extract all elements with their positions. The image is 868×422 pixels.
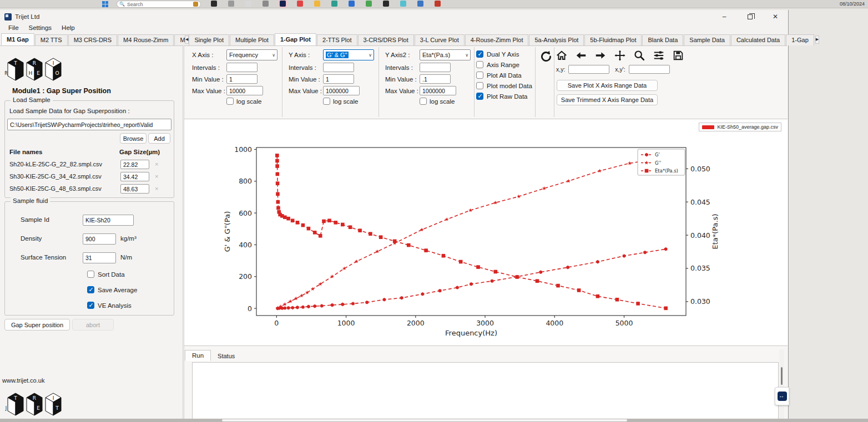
windows-start-icon[interactable] [102,1,108,7]
log-scale-checkbox[interactable] [226,98,234,105]
app-icon-14[interactable] [435,1,441,7]
intervals-input[interactable] [226,63,258,72]
vscrollbar-thumb[interactable] [781,367,783,385]
axis-select[interactable]: Eta*(Pa.s)∨ [420,49,471,60]
tab-3-l-curve-plot[interactable]: 3-L Curve Plot [415,34,465,45]
remote-flyout[interactable] [775,387,789,405]
checkbox-box[interactable] [87,302,94,309]
app-icon-13[interactable] [417,1,423,7]
website-link[interactable]: www.trijet.co.uk [2,377,44,384]
refresh-plot-button[interactable] [537,49,555,64]
checkbox-box[interactable] [87,286,94,293]
gap-super-position-button[interactable]: Gap Super position [4,319,70,331]
configure-button[interactable] [652,49,665,62]
app-icon-9[interactable] [349,1,355,7]
min-input[interactable]: 1 [226,74,258,84]
checkbox-plot-all-data[interactable]: Plot All Data [476,72,532,79]
tab-calculated-data[interactable]: Calculated Data [731,34,785,45]
chart-canvas[interactable]: 010002000300040005000020040060080010000.… [186,127,741,346]
tab-blank-data[interactable]: Blank Data [642,34,683,45]
close-button[interactable]: ✕ [763,10,788,23]
min-input[interactable]: .1 [420,74,451,84]
app-icon-10[interactable] [366,1,372,7]
app-icon-11[interactable] [383,1,389,7]
log-scale-option[interactable]: log scale [323,98,376,105]
app-icon-3[interactable] [245,1,251,7]
log-scale-option[interactable]: log scale [420,98,473,105]
checkbox-plot-raw-data[interactable]: Plot Raw Data [476,93,532,100]
save-trimmed-x-range-button[interactable]: Save Trimmed X Axis Range Data [557,94,658,105]
intervals-input[interactable] [323,63,354,72]
home-button[interactable] [555,49,568,62]
axis-select[interactable]: G' & G"∨ [323,49,374,60]
tab-2-tts-plot[interactable]: 2-TTS Plot [317,34,357,45]
axis-select[interactable]: Frequency∨ [226,49,277,60]
remove-file-button[interactable]: × [155,173,158,180]
app-icon-8[interactable] [331,1,337,7]
console-output[interactable] [192,362,779,422]
tab-m4-rouse-zimm[interactable]: M4 Rouse-Zimm [118,34,174,45]
tab-multiple-plot[interactable]: Multiple Plot [230,34,274,45]
app-icon-6[interactable] [297,1,303,7]
path-input[interactable]: C:\Users\TrijetSW\PycharmProjects\trirhe… [7,119,171,130]
right-vscrollbar[interactable] [779,349,784,422]
checkbox-dual-y-axis[interactable]: Dual Y Axis [476,50,532,58]
pan-button[interactable] [613,49,627,62]
menu-help[interactable]: Help [58,23,79,33]
app-icon-2[interactable] [228,1,234,7]
menu-file[interactable]: File [4,23,23,33]
xy2-input[interactable] [629,65,670,74]
xy-input[interactable] [568,65,609,74]
tab-3-crs-drs-plot[interactable]: 3-CRS/DRS Plot [358,34,414,45]
tab-sample-data[interactable]: Sample Data [684,34,730,45]
menu-settings[interactable]: Settings [25,23,56,33]
max-input[interactable]: 1000000 [420,86,456,95]
minimize-button[interactable]: – [711,10,737,23]
plot-scroll-right[interactable]: ▶ [815,35,819,44]
gap-size-input[interactable]: 48.63 [120,184,149,194]
density-input[interactable]: 900 [83,233,116,245]
console-tab-run[interactable]: Run [185,350,211,361]
gap-size-input[interactable]: 34.42 [120,172,149,181]
tab-m1-gap[interactable]: M1 Gap [1,33,34,45]
remove-file-button[interactable]: × [155,161,158,167]
log-scale-option[interactable]: log scale [226,98,280,105]
checkbox-box[interactable] [476,72,483,79]
app-icon-5[interactable] [280,1,286,7]
add-button[interactable]: Add [148,133,170,144]
intervals-input[interactable] [420,63,451,72]
checkbox-axis-range[interactable]: Axis Range [476,61,532,68]
console-tab-status[interactable]: Status [211,351,241,361]
abort-button[interactable]: abort [72,319,114,331]
checkbox-box[interactable] [476,82,483,89]
app-icon-4[interactable] [263,1,269,7]
back-button[interactable] [574,49,588,62]
gap-size-input[interactable]: 22.82 [120,160,149,169]
checkbox-save-average[interactable]: Save Average [87,286,137,293]
checkbox-plot-model-data[interactable]: Plot model Data [476,82,532,89]
checkbox-box[interactable] [476,61,483,68]
tab-m3-crs-drs[interactable]: M3 CRS-DRS [68,34,117,45]
tab-1-gap-plot[interactable]: 1-Gap Plot [275,33,316,45]
sample-id-input[interactable]: KIE-Sh20 [83,215,134,226]
tab-1-gap[interactable]: 1-Gap [786,34,814,45]
tab-5a-analysis-plot[interactable]: 5a-Analysis Plot [529,34,584,45]
tab-m2-tts[interactable]: M2 TTS [35,34,68,45]
restore-button[interactable] [737,10,763,23]
log-scale-checkbox[interactable] [323,98,330,105]
save-plot-x-range-button[interactable]: Save Plot X Axis Range Data [557,80,658,91]
tab-5b-fluidmap-plot[interactable]: 5b-Fluidmap Plot [584,34,642,45]
min-input[interactable]: 1 [323,74,354,84]
surface-tension-input[interactable]: 31 [83,252,116,263]
checkbox-box[interactable] [476,93,483,100]
taskbar-search[interactable]: 🔍 Search [117,1,201,8]
tab-single-plot[interactable]: Single Plot [189,34,229,45]
forward-button[interactable] [594,49,607,62]
max-input[interactable]: 1000000 [323,86,360,95]
browse-button[interactable]: Browse [120,133,147,144]
checkbox-box[interactable] [476,50,483,58]
save-button[interactable] [672,49,685,62]
max-input[interactable]: 10000 [226,86,263,95]
log-scale-checkbox[interactable] [420,98,427,105]
app-icon-12[interactable] [400,1,406,7]
